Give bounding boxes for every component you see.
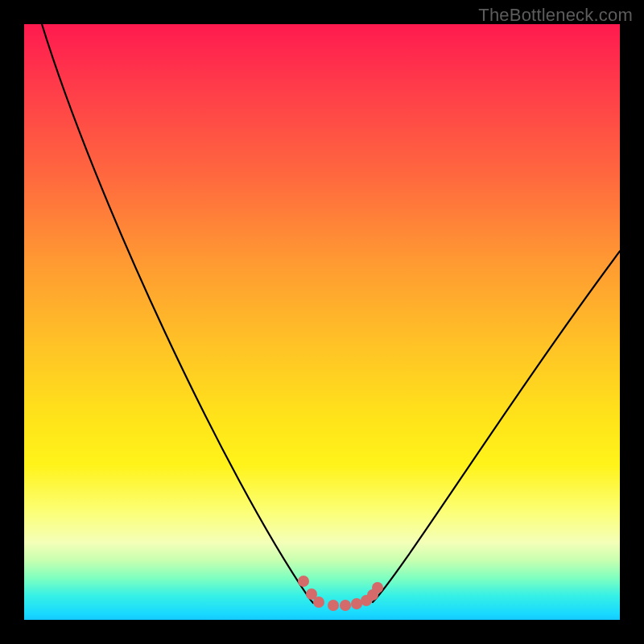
watermark-text: TheBottleneck.com (478, 5, 633, 26)
chart-frame: TheBottleneck.com (0, 0, 644, 644)
marker-dot (340, 600, 351, 611)
marker-dot (351, 598, 362, 609)
curve-layer (24, 24, 620, 620)
left-branch-curve (42, 24, 313, 603)
right-branch-curve (373, 251, 620, 602)
marker-dots-group (298, 576, 383, 611)
marker-dot (372, 582, 383, 593)
marker-dot (328, 600, 339, 611)
marker-dot (313, 597, 324, 608)
marker-dot (298, 576, 309, 587)
plot-area (24, 24, 620, 620)
